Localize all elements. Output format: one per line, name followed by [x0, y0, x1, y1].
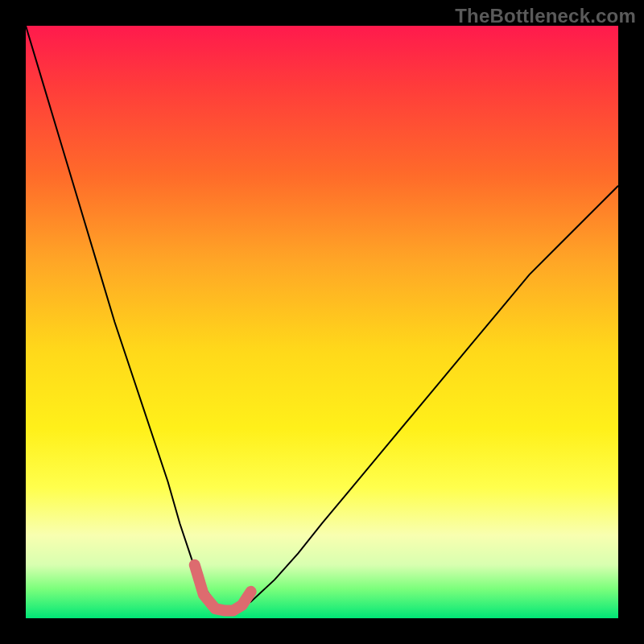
highlight-minimum: [195, 565, 251, 611]
bottleneck-curve: [26, 26, 618, 610]
watermark-text: TheBottleneck.com: [455, 5, 636, 27]
chart-frame: { "watermark": "TheBottleneck.com", "cha…: [0, 0, 644, 644]
chart-svg: [26, 26, 618, 618]
plot-area: [26, 26, 618, 618]
